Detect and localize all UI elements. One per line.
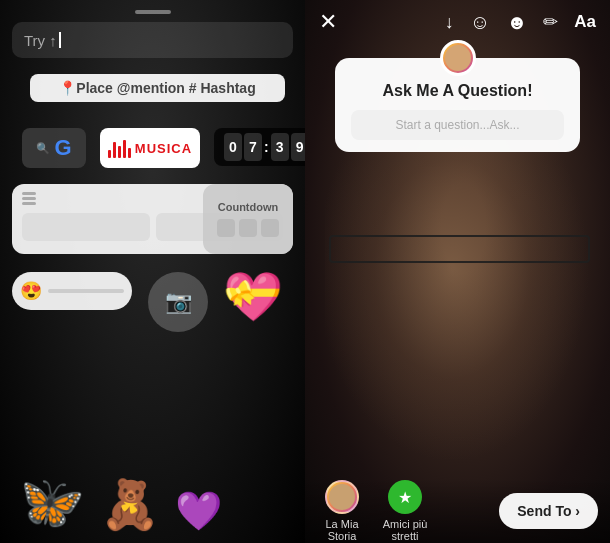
question-avatar [440, 40, 476, 76]
poll-line-3 [22, 202, 36, 205]
emoji-slider-sticker[interactable]: 😍 [12, 272, 132, 310]
amici-icon: ★ [398, 488, 412, 507]
my-story-container[interactable]: La Mia Storia [317, 480, 367, 542]
countdown-digits[interactable]: 0 7 : 3 9 [214, 128, 305, 166]
camera-icon: 📷 [165, 289, 192, 315]
story-avatar [325, 480, 359, 514]
top-toolbar: ✕ ↓ ☺ ☻ ✏ Aa [305, 0, 610, 44]
poll-bar-left [22, 213, 150, 241]
butterfly-left: 🦋 [20, 472, 85, 533]
countdown-sticker[interactable]: Countdown [203, 184, 293, 254]
search-text: Try ↑ [24, 32, 57, 49]
musica-bars [108, 138, 131, 158]
musica-label: MUSICA [135, 141, 192, 156]
digit-3: 3 [271, 133, 289, 161]
bar-4 [123, 140, 126, 158]
camera-sticker[interactable]: 📷 [148, 272, 208, 332]
story-label: La Mia Storia [317, 518, 367, 542]
google-g-letter: G [54, 135, 71, 161]
aa-text[interactable]: Aa [574, 12, 596, 32]
countdown-boxes [217, 219, 279, 237]
download-icon[interactable]: ↓ [445, 12, 454, 33]
bar-3 [118, 146, 121, 158]
emoji-slider-emoji: 😍 [20, 280, 42, 302]
google-sticker[interactable]: 🔍 G [22, 128, 86, 168]
poll-lines-icon [22, 192, 36, 205]
amici-avatar: ★ [388, 480, 422, 514]
heart-emoji: 💝 [223, 269, 283, 325]
digit-7: 7 [244, 133, 262, 161]
cb-1 [217, 219, 235, 237]
send-to-label: Send To › [517, 503, 580, 519]
bar-2 [113, 142, 116, 158]
amici-container[interactable]: ★ Amici più stretti [375, 480, 435, 542]
question-placeholder: Start a question...Ask... [395, 118, 519, 132]
digit-9: 9 [291, 133, 305, 161]
question-avatar-photo [445, 45, 471, 71]
search-cursor [59, 32, 61, 48]
left-panel: Try ↑ 📍Place @mention # Hashtag 🔍 G MUSI… [0, 0, 305, 543]
poll-line-1 [22, 192, 36, 195]
send-to-button[interactable]: Send To › [499, 493, 598, 529]
story-avatar-photo [329, 484, 355, 510]
countdown-label: Countdown [218, 201, 278, 213]
place-sticker-text: 📍Place @mention # Hashtag [59, 80, 255, 96]
amici-label: Amici più stretti [375, 518, 435, 542]
search-bar[interactable]: Try ↑ [12, 22, 293, 58]
butterfly-right: 🧸 [100, 477, 160, 533]
bar-5 [128, 148, 131, 158]
digit-colon: : [264, 139, 269, 155]
google-search-icon: 🔍 [36, 142, 50, 155]
pencil-icon[interactable]: ✏ [543, 11, 558, 33]
slider-track[interactable] [48, 289, 124, 293]
sticker-icon[interactable]: ☻ [506, 11, 527, 34]
close-icon[interactable]: ✕ [319, 9, 337, 35]
poll-line-2 [22, 197, 36, 200]
question-sticker[interactable]: Ask Me A Question! Start a question...As… [335, 58, 580, 152]
face-effect-icon[interactable]: ☺ [470, 11, 490, 34]
heart-sticker[interactable]: 💝 [218, 262, 288, 332]
right-panel: ✕ ↓ ☺ ☻ ✏ Aa Ask Me A Question! Start a … [305, 0, 610, 543]
place-mention-hashtag-sticker[interactable]: 📍Place @mention # Hashtag [30, 74, 285, 102]
bottom-bar: La Mia Storia ★ Amici più stretti Send T… [305, 479, 610, 543]
toolbar-right: ↓ ☺ ☻ ✏ Aa [445, 11, 596, 34]
bottom-left: La Mia Storia ★ Amici più stretti [317, 480, 435, 542]
bar-1 [108, 150, 111, 158]
question-title: Ask Me A Question! [351, 82, 564, 100]
drag-handle[interactable] [135, 10, 171, 14]
flower-sticker: 💜 [175, 489, 222, 533]
question-input-area[interactable]: Start a question...Ask... [351, 110, 564, 140]
musica-sticker[interactable]: MUSICA [100, 128, 200, 168]
digit-0: 0 [224, 133, 242, 161]
cb-2 [239, 219, 257, 237]
cb-3 [261, 219, 279, 237]
